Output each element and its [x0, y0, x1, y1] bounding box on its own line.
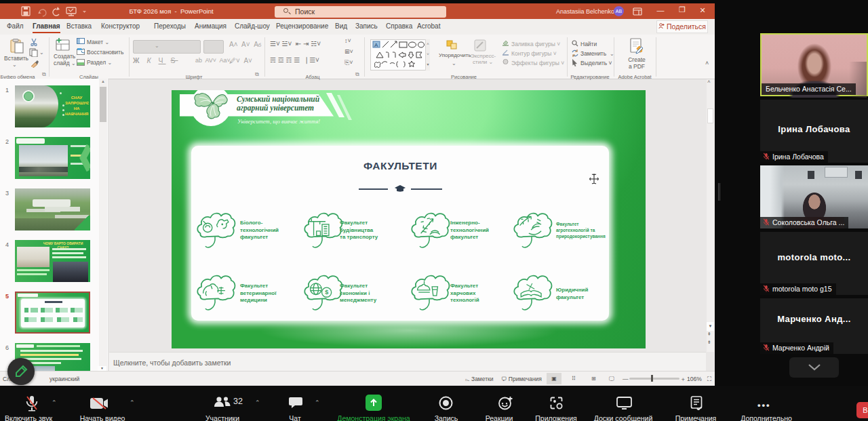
svg-text:аграрний університет: аграрний університет: [237, 104, 314, 113]
svg-text:Університет, що вивчає життя!: Університет, що вивчає життя!: [237, 118, 320, 125]
svg-text:Сумський національний: Сумський національний: [237, 95, 320, 104]
svg-text:$: $: [325, 289, 328, 296]
svg-text:A: A: [374, 42, 378, 48]
